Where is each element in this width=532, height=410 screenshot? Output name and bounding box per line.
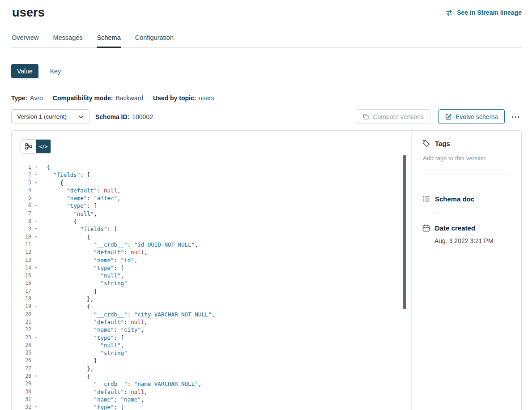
compare-versions-button[interactable]: Compare versions [356,109,430,124]
fold-toggle-icon [31,311,47,318]
line-number: 31 [21,396,31,403]
line-number: 12 [21,248,31,256]
fold-toggle-icon [31,287,47,295]
code-line: 17 ] [21,287,411,295]
line-number: 1 [21,163,31,171]
code-text: "null", [47,272,124,279]
value-key-toggle: Value Key [11,64,522,78]
schema-doc-title: Schema doc [435,195,474,203]
line-number: 4 [21,187,31,194]
fold-toggle-icon[interactable]: ▾ [31,334,47,342]
tab-messages[interactable]: Messages [52,34,83,47]
code-text: "name": "name", [47,396,144,403]
compare-versions-label: Compare versions [373,113,424,120]
fold-toggle-icon[interactable]: ▾ [31,202,47,209]
code-text: "null", [47,210,97,218]
calendar-icon [422,224,430,232]
stream-lineage-label: See in Stream lineage [457,9,522,16]
fold-toggle-icon[interactable]: ▾ [31,171,47,179]
code-view-icon: </> [39,144,48,149]
fold-toggle-icon[interactable]: ▾ [31,179,47,187]
code-line: 12 "default": null, [21,248,411,256]
code-line: 26 ] [21,357,411,364]
chevron-down-icon [79,113,84,120]
fold-toggle-icon[interactable]: ▾ [31,264,47,272]
tab-bar: OverviewMessagesSchemaConfiguration [11,34,522,48]
code-line: 24 "null", [21,342,411,349]
editor-scrollbar[interactable] [403,155,406,410]
code-text: ] [47,287,97,295]
line-number: 29 [21,380,31,388]
fold-toggle-icon[interactable]: ▾ [31,403,47,410]
code-line: 25 "string" [21,349,411,357]
code-text: "type": [ [47,403,124,410]
version-toolbar: Version 1 (current) Schema ID: 100002 Co… [11,109,522,124]
line-number: 16 [21,279,31,287]
line-number: 11 [21,241,31,248]
line-number: 7 [21,210,31,218]
tab-schema[interactable]: Schema [97,34,121,47]
code-text: { [47,218,77,225]
fold-toggle-icon[interactable]: ▾ [31,218,47,225]
code-line: 22 "name": "city", [21,326,411,333]
line-number: 2 [21,171,31,179]
more-options-button[interactable]: ⋯ [510,110,522,123]
version-select-value: Version 1 (current) [17,113,67,120]
evolve-schema-label: Evolve schema [455,113,498,120]
line-number: 15 [21,272,31,279]
fold-toggle-icon[interactable]: ▾ [31,233,47,241]
schema-id-label: Schema ID: [95,113,129,120]
code-text: "null", [47,342,124,349]
code-text: "string" [47,279,128,287]
stream-lineage-link[interactable]: See in Stream lineage [446,9,522,16]
code-line: 18 }, [21,295,411,303]
code-line: 5 "name": "after", [21,194,411,202]
evolve-schema-button[interactable]: Evolve schema [438,109,505,124]
code-line: 1▾{ [21,163,411,171]
fold-toggle-icon [31,326,47,333]
line-number: 13 [21,256,31,264]
code-line: 27 }, [21,365,411,372]
code-line: 14▾ "type": [ [21,264,411,272]
version-select[interactable]: Version 1 (current) [11,109,89,124]
tab-configuration[interactable]: Configuration [135,34,174,47]
sidebar-divider [422,175,511,175]
line-number: 28 [21,372,31,380]
value-toggle-button[interactable]: Value [11,64,38,78]
fold-toggle-icon[interactable]: ▾ [31,303,47,310]
scrollbar-thumb[interactable] [403,155,406,309]
tags-input[interactable] [422,155,511,165]
line-number: 23 [21,334,31,342]
fold-toggle-icon[interactable]: ▾ [31,225,47,233]
schema-sidebar: Tags Schema doc [411,131,521,410]
line-number: 24 [21,342,31,349]
code-text: "default": null, [47,318,148,326]
fold-toggle-icon [31,194,47,202]
schema-doc-section: Schema doc -- [422,195,511,215]
tab-overview[interactable]: Overview [11,34,39,47]
line-number: 10 [21,233,31,241]
code-text: "type": [ [47,264,124,272]
used-by-topic-label: Used by topic: [153,94,196,102]
schema-doc-value: -- [434,208,511,215]
line-number: 14 [21,264,31,272]
line-number: 25 [21,349,31,357]
tree-view-button[interactable] [21,140,36,153]
code-text: { [47,372,90,380]
code-area: 1▾{2▾ "fields": [3▾ {4 "default": null,5… [21,163,411,410]
fold-toggle-icon[interactable]: ▾ [31,163,47,171]
key-toggle-button[interactable]: Key [50,68,61,75]
code-line: 13 "name": "id", [21,256,411,264]
line-number: 17 [21,287,31,295]
fold-toggle-icon [31,248,47,256]
code-view-button[interactable]: </> [36,140,51,153]
topic-link[interactable]: users [199,94,214,102]
code-line: 11 "__crdb__": "id UUID NOT NULL", [21,241,411,248]
date-created-value: Aug. 3 2022 3:21 PM [434,237,511,244]
fold-toggle-icon [31,210,47,218]
code-line: 32▾ "type": [ [21,403,411,410]
fold-toggle-icon[interactable]: ▾ [31,372,47,380]
code-text: }, [47,365,94,372]
line-number: 30 [21,388,31,396]
code-line: 30 "default": null, [21,388,411,396]
